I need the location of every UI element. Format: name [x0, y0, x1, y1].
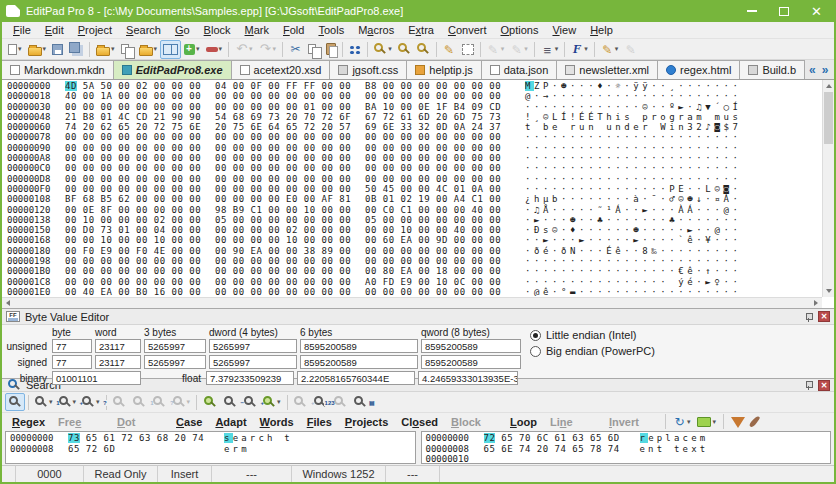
search-prompt-button[interactable]: ?▾: [79, 393, 103, 411]
hex-row[interactable]: 0000003000 00 00 00 00 00 00 0000 00 00 …: [7, 102, 821, 112]
float-qword-field[interactable]: 4.24659333013935E-314: [418, 371, 518, 385]
close-file-button[interactable]: ▾: [203, 40, 226, 59]
signed-word-field[interactable]: 23117: [95, 355, 141, 369]
hex-row[interactable]: 0000019800 00 00 00 00 00 00 0000 00 00 …: [7, 256, 821, 266]
hex-row[interactable]: 00000108BF 68 B5 62 00 00 00 0000 00 00 …: [7, 194, 821, 204]
visualize-spaces-button[interactable]: [346, 40, 364, 59]
signed-qword-field[interactable]: 8595200589: [421, 355, 521, 369]
menu-item-macros[interactable]: Macros: [351, 24, 401, 36]
search-button[interactable]: [5, 393, 25, 411]
tab-helptip.js[interactable]: helptip.js: [406, 60, 481, 79]
hex-row[interactable]: 0000000072 65 70 6C 61 63 65 6Dreplacem: [426, 433, 827, 444]
tab-markdown.mkdn[interactable]: Markdown.mkdn: [2, 60, 114, 79]
little-endian-radio[interactable]: [530, 330, 541, 341]
menu-item-project[interactable]: Project: [71, 24, 119, 36]
hex-row[interactable]: 0000000865 72 6Derm: [10, 444, 411, 455]
search-option-closed[interactable]: Closed: [395, 416, 444, 428]
open-project-button[interactable]: ▾: [93, 40, 118, 59]
binary-field[interactable]: 01001101: [52, 371, 141, 385]
menu-item-view[interactable]: View: [545, 24, 583, 36]
float-dword-field[interactable]: 7.379233509239: [206, 371, 294, 385]
hex-row[interactable]: 0000013800 10 00 00 00 02 00 0005 00 00 …: [7, 215, 821, 225]
panel-close-button[interactable]: ✕: [818, 311, 830, 322]
menu-item-go[interactable]: Go: [168, 24, 197, 36]
search-option-regex[interactable]: Regex: [6, 416, 51, 428]
menu-item-convert[interactable]: Convert: [441, 24, 494, 36]
vertical-scrollbar[interactable]: [822, 80, 834, 297]
hex-row[interactable]: 000000A800 00 00 00 00 00 00 0000 00 00 …: [7, 153, 821, 163]
edit-selection-button[interactable]: [440, 40, 459, 59]
new-file-button[interactable]: ▾: [5, 40, 25, 59]
highlight-matches-button[interactable]: [200, 393, 220, 411]
signed-byte-field[interactable]: 77: [52, 355, 92, 369]
tab-build.b[interactable]: Build.b: [739, 60, 805, 79]
list-matches-button[interactable]: ▾: [260, 393, 284, 411]
replacement-hex-box[interactable]: 0000000072 65 70 6C 61 63 65 6Dreplacem0…: [421, 431, 832, 464]
title-bar[interactable]: EditPad Pro 8 - [c:\My Documents\Samples…: [0, 0, 836, 22]
hex-row[interactable]: 0000018000 F0 E9 00 F0 4E 00 0000 90 EA …: [7, 246, 821, 256]
save-all-button[interactable]: [66, 40, 86, 59]
menu-item-fold[interactable]: Fold: [276, 24, 311, 36]
menu-item-mark[interactable]: Mark: [238, 24, 276, 36]
hex-row[interactable]: 0000006074 20 62 65 20 72 75 6E20 75 6E …: [7, 122, 821, 132]
hex-rows[interactable]: 000000004D 5A 50 00 02 00 00 0004 00 0F …: [7, 81, 821, 296]
side-by-side-button[interactable]: [160, 40, 181, 59]
scroll-right-icon[interactable]: [814, 300, 818, 306]
hex-row[interactable]: 000001E000 40 EA 00 B0 16 00 0000 00 00 …: [7, 287, 821, 296]
search-all-button[interactable]: +▾: [56, 393, 80, 411]
signed-6bytes-field[interactable]: 8595200589: [300, 355, 418, 369]
unsigned-3bytes-field[interactable]: 5265997: [144, 339, 206, 353]
scroll-up-icon[interactable]: [826, 84, 832, 88]
save-button[interactable]: [49, 40, 66, 59]
hex-row[interactable]: 000000F000 00 00 00 00 00 00 0000 00 00 …: [7, 184, 821, 194]
menu-item-help[interactable]: Help: [583, 24, 620, 36]
line-numbers-button[interactable]: ▾: [538, 40, 562, 59]
unfold-matches-button[interactable]: +: [240, 393, 260, 411]
font-button[interactable]: ▾: [568, 40, 591, 59]
zoom-reset-button[interactable]: [414, 40, 433, 59]
tab-regex.html[interactable]: regex.html: [657, 60, 740, 79]
scroll-left-icon[interactable]: [6, 300, 10, 306]
hex-row[interactable]: 0000016800 00 10 00 00 10 00 0000 00 00 …: [7, 235, 821, 245]
hex-row[interactable]: 0000004821 B8 01 4C CD 21 90 9054 68 69 …: [7, 112, 821, 122]
menu-item-block[interactable]: Block: [197, 24, 238, 36]
rectangular-select-button[interactable]: [459, 40, 477, 59]
maximize-button[interactable]: [779, 7, 789, 16]
hex-row[interactable]: 000000C000 00 00 00 00 00 00 0000 00 00 …: [7, 163, 821, 173]
open-file-button[interactable]: ▾: [25, 40, 50, 59]
hex-row[interactable]: 0000001840 00 1A 00 00 00 00 0000 00 00 …: [7, 91, 821, 101]
float-6bytes-field[interactable]: 2.22058165760344E: [297, 371, 415, 385]
tab-acetext20.xsd[interactable]: acetext20.xsd: [231, 60, 331, 79]
vertical-scroll-thumb[interactable]: [824, 92, 833, 144]
tab-data.json[interactable]: data.json: [481, 60, 558, 79]
close-button[interactable]: ✕: [811, 5, 822, 18]
unsigned-dword-field[interactable]: 5265997: [209, 339, 297, 353]
search-close-button[interactable]: ✕: [818, 380, 830, 391]
menu-item-edit[interactable]: Edit: [38, 24, 71, 36]
little-endian-option[interactable]: Little endian (Intel): [530, 329, 655, 341]
unsigned-6bytes-field[interactable]: 8595200589: [300, 339, 418, 353]
search-option-projects[interactable]: Projects: [339, 416, 394, 428]
hex-row[interactable]: 0000015000 D0 73 01 00 04 00 0000 00 00 …: [7, 225, 821, 235]
hex-row[interactable]: 00000010: [426, 454, 827, 464]
menu-item-file[interactable]: File: [6, 24, 38, 36]
horizontal-scrollbar[interactable]: [2, 297, 822, 308]
favorites-button[interactable]: ▾: [136, 40, 161, 59]
menu-item-extra[interactable]: Extra: [401, 24, 441, 36]
feather-button[interactable]: [749, 414, 760, 430]
search-term-hex-box[interactable]: 0000000073 65 61 72 63 68 20 74search t0…: [5, 431, 416, 464]
scroll-tabs-right-button[interactable]: »: [822, 64, 829, 76]
search-option-case[interactable]: Case: [170, 416, 208, 428]
saved-searches-button[interactable]: ▾: [694, 414, 719, 430]
copy-button[interactable]: [305, 40, 323, 59]
scroll-tabs-left-button[interactable]: «: [809, 64, 816, 76]
menu-item-tools[interactable]: Tools: [311, 24, 351, 36]
hex-row[interactable]: 000001B000 00 00 00 00 00 00 0000 00 00 …: [7, 266, 821, 276]
unsigned-word-field[interactable]: 23117: [95, 339, 141, 353]
tab-newsletter.xml[interactable]: newsletter.xml: [556, 60, 658, 79]
fox-button[interactable]: [728, 414, 748, 430]
search-next-button[interactable]: 1▾: [32, 393, 56, 411]
hex-row[interactable]: 0000007800 00 00 00 00 00 00 0000 00 00 …: [7, 132, 821, 142]
hex-row[interactable]: 000000004D 5A 50 00 02 00 00 0004 00 0F …: [7, 81, 821, 91]
zoom-button[interactable]: ▾: [371, 40, 395, 59]
